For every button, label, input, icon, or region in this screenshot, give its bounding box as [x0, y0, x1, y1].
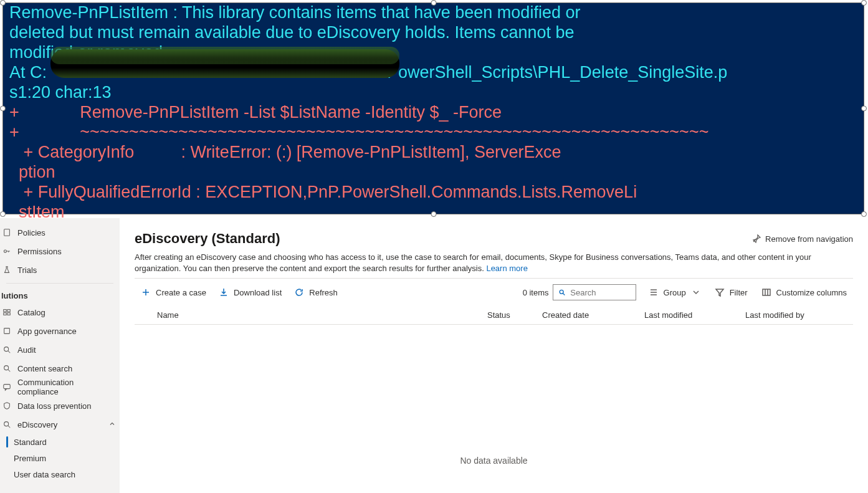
console-line: + FullyQualifiedErrorId : EXCEPTION,PnP.…: [9, 183, 857, 203]
customize-columns-button[interactable]: Customize columns: [755, 282, 853, 302]
col-created[interactable]: Created date: [542, 310, 644, 320]
console-line: s1:20 char:13: [9, 83, 857, 103]
sidebar-item-audit[interactable]: Audit: [0, 340, 120, 359]
item-count: 0 items: [523, 288, 549, 297]
shield-icon: [2, 401, 11, 410]
console-line: ption: [9, 163, 857, 183]
download-icon: [219, 287, 229, 297]
console-line: deleted but must remain available due to…: [9, 23, 857, 43]
svg-point-1: [4, 250, 6, 252]
col-name[interactable]: Name: [157, 310, 487, 320]
col-modified[interactable]: Last modified: [644, 310, 745, 320]
sidebar-item-label: App governance: [17, 327, 77, 336]
col-modified-by[interactable]: Last modified by: [745, 310, 853, 320]
search-field[interactable]: [569, 287, 630, 298]
refresh-button[interactable]: Refresh: [288, 282, 344, 302]
ediscovery-icon: [2, 420, 11, 429]
sidebar-section-solutions: lutions: [0, 286, 120, 303]
console-line: + ~~~~~~~~~~~~~~~~~~~~~~~~~~~~~~~~~~~~~~…: [9, 123, 857, 143]
sidebar-item-ediscovery[interactable]: eDiscovery: [0, 415, 120, 434]
sidebar-item-trials[interactable]: Trials: [0, 261, 120, 279]
col-status[interactable]: Status: [487, 310, 542, 320]
create-case-button[interactable]: Create a case: [135, 282, 212, 302]
sidebar-item-policies[interactable]: Policies: [0, 223, 120, 242]
redaction-smear: [50, 47, 399, 64]
svg-rect-2: [4, 310, 6, 312]
plus-icon: [141, 287, 151, 297]
refresh-icon: [294, 287, 304, 297]
columns-icon: [761, 287, 771, 297]
command-bar: Create a case Download list Refresh 0 it…: [135, 279, 853, 306]
separator: [6, 283, 113, 284]
search-input[interactable]: [553, 284, 636, 300]
console-line: + Remove-PnPListItem -List $ListName -Id…: [9, 103, 857, 123]
sidebar-subitem-standard[interactable]: Standard: [0, 434, 120, 450]
sidebar-item-label: Communication compliance: [17, 378, 116, 396]
sidebar-subitem-premium[interactable]: Premium: [0, 450, 120, 466]
catalog-icon: [2, 308, 11, 317]
empty-state-text: No data available: [135, 325, 853, 466]
powershell-console-screenshot: Remove-PnPListItem : This library contai…: [2, 2, 864, 214]
sidebar-item-label: Catalog: [17, 308, 45, 317]
group-button[interactable]: Group: [642, 282, 707, 302]
svg-rect-12: [763, 289, 770, 295]
remove-nav-label: Remove from navigation: [765, 234, 853, 244]
svg-rect-0: [4, 229, 10, 236]
left-nav: Policies Permissions Trials lutions Cata…: [0, 218, 120, 493]
sidebar-item-label: Data loss prevention: [17, 401, 92, 411]
flask-icon: [2, 266, 11, 274]
svg-rect-9: [4, 385, 11, 389]
svg-rect-4: [4, 313, 6, 315]
console-line: + CategoryInfo : WriteError: (:) [Remove…: [9, 143, 857, 163]
sidebar-item-label: Audit: [17, 345, 36, 355]
filter-icon: [715, 287, 725, 297]
search-icon: [2, 364, 11, 373]
remove-from-navigation-button[interactable]: Remove from navigation: [751, 234, 853, 244]
filter-button[interactable]: Filter: [708, 282, 754, 302]
page-title: eDiscovery (Standard): [135, 231, 280, 247]
main-content: eDiscovery (Standard) Remove from naviga…: [120, 218, 868, 493]
sidebar-item-label: eDiscovery: [17, 420, 57, 429]
sidebar-item-label: Permissions: [17, 247, 62, 256]
chevron-down-icon: [691, 287, 701, 297]
compliance-center-app: Policies Permissions Trials lutions Cata…: [0, 218, 868, 493]
download-list-button[interactable]: Download list: [212, 282, 288, 302]
key-icon: [2, 247, 11, 256]
svg-point-7: [4, 347, 9, 352]
svg-rect-6: [4, 328, 10, 334]
sidebar-item-label: Policies: [17, 228, 45, 237]
policies-icon: [2, 228, 11, 237]
sidebar-item-label: Trials: [17, 266, 37, 275]
governance-icon: [2, 327, 11, 335]
console-line: Remove-PnPListItem : This library contai…: [9, 3, 857, 23]
svg-rect-5: [7, 313, 10, 315]
svg-point-10: [4, 422, 9, 426]
chevron-up-icon: [108, 420, 116, 429]
sidebar-item-catalog[interactable]: Catalog: [0, 303, 120, 322]
sidebar-item-dlp[interactable]: Data loss prevention: [0, 396, 120, 415]
audit-icon: [2, 345, 11, 354]
sidebar-item-communication-compliance[interactable]: Communication compliance: [0, 378, 120, 396]
sidebar-item-app-governance[interactable]: App governance: [0, 322, 120, 340]
unpin-icon: [751, 234, 761, 244]
chat-icon: [2, 383, 11, 391]
svg-point-11: [560, 290, 563, 294]
search-icon: [558, 288, 566, 297]
svg-point-8: [4, 366, 9, 370]
svg-rect-3: [7, 310, 10, 312]
group-icon: [649, 287, 659, 297]
sidebar-subitem-user-data-search[interactable]: User data search: [0, 466, 120, 482]
sidebar-item-label: Content search: [17, 364, 72, 373]
page-description: After creating an eDiscovery case and ch…: [135, 252, 853, 274]
sidebar-item-content-search[interactable]: Content search: [0, 359, 120, 378]
sidebar-item-permissions[interactable]: Permissions: [0, 242, 120, 261]
learn-more-link[interactable]: Learn more: [486, 264, 527, 273]
table-header: Name Status Created date Last modified L…: [135, 306, 853, 325]
